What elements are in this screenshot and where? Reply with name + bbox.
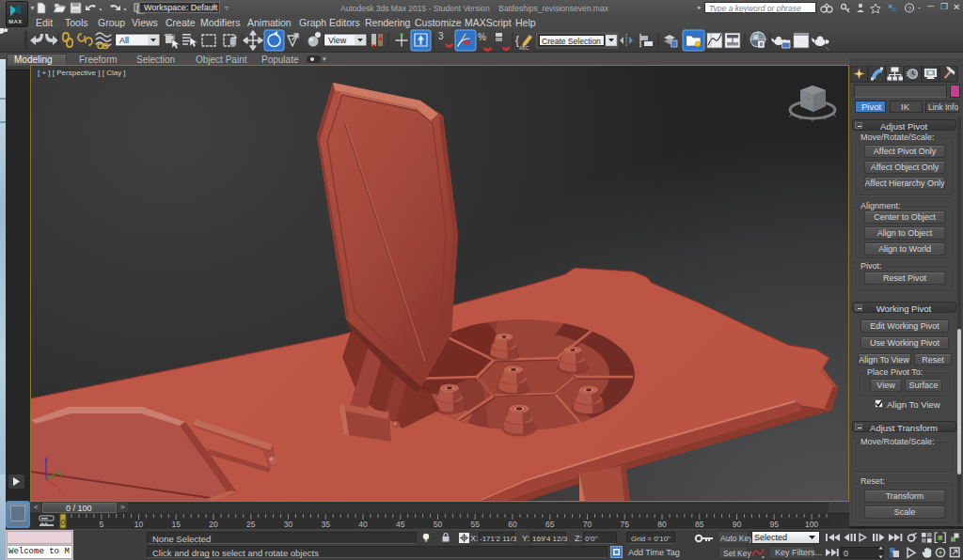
svg-text:View: View — [328, 36, 347, 45]
svg-text:0: 0 — [61, 518, 66, 527]
svg-text:[ + ] [ Perspective ] [ Clay ]: [ + ] [ Perspective ] [ Clay ] — [38, 69, 126, 77]
svg-text:65: 65 — [545, 520, 555, 529]
svg-text:90: 90 — [733, 520, 742, 529]
svg-text:ABC: ABC — [519, 45, 529, 51]
svg-text:75: 75 — [620, 520, 629, 529]
svg-text:0: 0 — [844, 549, 848, 558]
svg-text:80: 80 — [657, 520, 667, 529]
svg-text:20: 20 — [209, 520, 218, 529]
svg-text:?: ? — [908, 5, 911, 13]
svg-text:30: 30 — [284, 520, 293, 529]
svg-text:95: 95 — [769, 520, 779, 529]
svg-text:45: 45 — [396, 520, 405, 529]
svg-text:60: 60 — [508, 520, 517, 529]
svg-text:85: 85 — [695, 520, 704, 529]
svg-text:40: 40 — [358, 520, 368, 529]
svg-text:10: 10 — [134, 520, 144, 529]
svg-text:%: % — [478, 32, 486, 42]
svg-text:x: x — [58, 487, 62, 493]
svg-text:55: 55 — [470, 520, 480, 529]
svg-text:35: 35 — [321, 520, 330, 529]
svg-text:y: y — [59, 471, 63, 478]
svg-text:5: 5 — [99, 520, 103, 529]
svg-text:50: 50 — [434, 520, 443, 529]
svg-text:All: All — [119, 36, 129, 45]
svg-text:Create Selection Se: Create Selection Se — [542, 37, 613, 46]
svg-text:70: 70 — [583, 520, 592, 529]
svg-text:z: z — [44, 457, 48, 463]
svg-text:15: 15 — [171, 520, 181, 529]
svg-text:25: 25 — [246, 520, 256, 529]
svg-text:3: 3 — [438, 31, 444, 41]
svg-text:100: 100 — [805, 520, 818, 529]
